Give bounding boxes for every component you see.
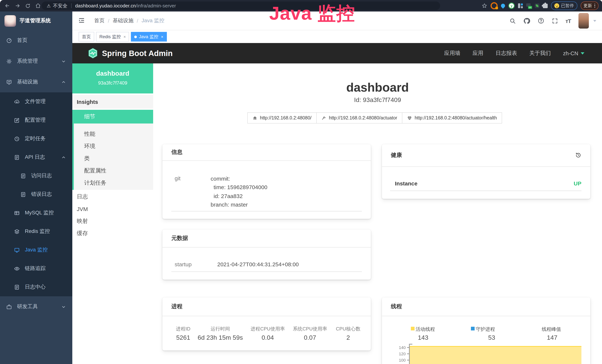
breadcrumb: 首页 / 基础设施 / Java 监控 — [94, 11, 164, 30]
layers-icon — [14, 229, 20, 234]
card-health: 健康 Instance UP — [382, 144, 590, 199]
sidebar-item-mysql-monitor[interactable]: MySQL 监控 — [0, 203, 72, 222]
bookmark-star-icon[interactable] — [482, 3, 487, 9]
on-extension-icon[interactable] — [526, 3, 531, 8]
process-value: 0.04 — [262, 334, 274, 342]
grid-extension-icon[interactable] — [518, 3, 523, 8]
menu-item-config-props[interactable]: 配置属性 — [74, 165, 153, 177]
monitor-icon — [6, 79, 12, 85]
github-icon[interactable] — [523, 17, 530, 24]
breadcrumb-home[interactable]: 首页 — [94, 17, 105, 24]
sba-brand-title[interactable]: Spring Boot Admin — [102, 49, 172, 58]
address-bar[interactable]: ⚠ 不安全 dashboard.yudao.iocoder.cn/infra/a… — [42, 1, 440, 10]
breadcrumb-infra[interactable]: 基础设施 — [113, 17, 133, 24]
close-icon: × — [161, 35, 163, 39]
gear-icon — [6, 58, 12, 64]
wrench-icon — [322, 116, 326, 120]
user-menu-caret-icon[interactable] — [593, 20, 596, 22]
sidebar-item-dev-tools[interactable]: 研发工具 — [0, 296, 72, 317]
health-instance-label: Instance — [395, 180, 418, 187]
sidebar-item-scheduled-jobs[interactable]: 定时任务 — [0, 129, 72, 148]
sidebar-item-config-mgmt[interactable]: 配置管理 — [0, 111, 72, 129]
service-url-button[interactable]: http://192.168.0.2:48080/ — [247, 112, 317, 124]
search-icon[interactable] — [509, 18, 516, 24]
emoji-face-icon — [554, 3, 559, 8]
home-icon[interactable] — [35, 3, 41, 9]
card-process-title: 进程 — [171, 303, 183, 310]
sba-nav-journal[interactable]: 日志报表 — [495, 50, 517, 57]
url-host: dashboard.yudao.iocoder.cn — [75, 3, 136, 9]
menu-item-details[interactable]: 细节 — [74, 110, 153, 124]
font-size-icon[interactable]: тT — [566, 18, 571, 24]
sidebar-item-home[interactable]: 首页 — [0, 30, 72, 51]
history-icon[interactable] — [575, 152, 581, 158]
extensions-puzzle-icon[interactable] — [543, 3, 548, 8]
menu-item-caches[interactable]: 缓存 — [72, 227, 153, 240]
management-url-button[interactable]: http://192.168.0.2:48080/actuator — [316, 112, 402, 124]
update-button[interactable]: 更新 — [580, 1, 598, 10]
help-icon[interactable] — [538, 17, 544, 24]
metadata-startup-label: startup — [175, 261, 192, 268]
tag-redis-monitor[interactable]: Redis 监控× — [96, 32, 129, 42]
document-edit-icon — [14, 154, 20, 160]
pin-extension-icon[interactable] — [500, 3, 506, 9]
avatar[interactable] — [578, 13, 589, 29]
menu-item-classes[interactable]: 类 — [74, 152, 153, 165]
sidebar-item-log-center[interactable]: 日志中心 — [0, 278, 72, 296]
collapse-menu-icon[interactable] — [78, 17, 85, 24]
card-metadata: 元数据 startup 2021-04-27T00:44:31.254+08:0… — [162, 230, 371, 280]
chevron-up-icon — [62, 155, 66, 160]
instance-urls: http://192.168.0.2:48080/ http://192.168… — [248, 112, 502, 124]
card-health-title: 健康 — [391, 152, 402, 159]
menu-item-jvm[interactable]: JVM — [72, 203, 153, 215]
sidebar-item-system[interactable]: 系统管理 — [0, 51, 72, 72]
paused-badge[interactable]: 已暂停 — [551, 1, 577, 10]
card-threads: 线程 活动线程 143 守护进程 53 线程峰值 147 140 120 100 — [382, 298, 590, 364]
sidebar-item-api-logs[interactable]: API 日志 — [0, 148, 72, 167]
y-extension-icon[interactable]: y — [508, 3, 515, 9]
sidebar-item-access-logs[interactable]: 访问日志 — [0, 167, 72, 185]
menu-item-mappings[interactable]: 映射 — [72, 215, 153, 227]
info-git-value: commit: time: 1596289704000 id: 27aa832 … — [211, 174, 267, 209]
sba-nav-applications[interactable]: 应用 — [473, 50, 483, 57]
legend-active-color — [411, 327, 415, 331]
reload-icon[interactable] — [25, 3, 30, 8]
sba-nav-wallboard[interactable]: 应用墙 — [444, 50, 460, 57]
dashboard-icon — [6, 38, 12, 43]
sidebar-item-redis-monitor[interactable]: Redis 监控 — [0, 222, 72, 241]
document-edit-icon — [14, 284, 20, 290]
sba-locale-select[interactable]: zh-CN — [563, 50, 584, 56]
menu-item-logs[interactable]: 日志 — [72, 191, 153, 203]
breadcrumb-current: Java 监控 — [142, 17, 164, 24]
sidebar-item-infra[interactable]: 基础设施 — [0, 72, 72, 92]
menu-item-environment[interactable]: 环境 — [74, 140, 153, 152]
extension-icon[interactable] — [491, 2, 498, 9]
home-icon — [253, 116, 257, 120]
leaf-extension-icon[interactable] — [535, 3, 539, 8]
health-url-button[interactable]: http://192.168.0.2:48080/actuator/health — [402, 112, 502, 124]
tag-home[interactable]: 首页 — [79, 32, 94, 42]
app-brand: 芋道管理系统 — [0, 11, 72, 30]
sidebar-item-tracing[interactable]: 链路追踪 — [0, 259, 72, 278]
sba-nav-about[interactable]: 关于我们 — [529, 50, 551, 57]
fullscreen-icon[interactable] — [552, 18, 558, 24]
back-icon[interactable] — [4, 3, 10, 9]
app-brand-title: 芋道管理系统 — [20, 17, 51, 24]
card-info-title: 信息 — [171, 149, 183, 156]
menu-item-scheduled-tasks[interactable]: 计划任务 — [74, 177, 153, 189]
tag-java-monitor[interactable]: Java 监控× — [131, 32, 167, 42]
card-metadata-title: 元数据 — [171, 235, 188, 242]
forward-icon[interactable] — [15, 3, 20, 9]
process-value: 0.07 — [304, 334, 316, 342]
url-path: /infra/admin-server — [136, 3, 176, 9]
security-label: 不安全 — [53, 2, 67, 9]
sidebar-item-error-logs[interactable]: 错误日志 — [0, 185, 72, 203]
process-header: 运行时间 — [211, 326, 230, 332]
insights-menu: 细节 性能 环境 类 配置属性 计划任务 — [72, 110, 153, 190]
sidebar-item-file-mgmt[interactable]: 文件管理 — [0, 92, 72, 111]
menu-item-metrics[interactable]: 性能 — [74, 128, 153, 140]
process-value: 5261 — [176, 334, 190, 342]
table-icon — [14, 210, 20, 216]
sidebar-item-java-monitor[interactable]: Java 监控 — [0, 241, 72, 259]
menu-section-insights: Insights — [72, 95, 153, 109]
